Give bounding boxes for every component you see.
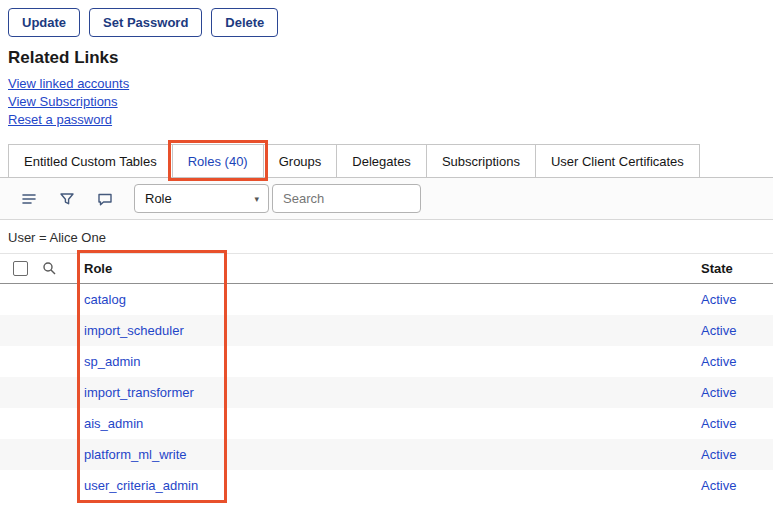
breadcrumb: User = Alice One [0,220,773,253]
state-value: Active [701,478,773,493]
select-all-checkbox[interactable] [13,261,28,276]
state-value: Active [701,292,773,307]
set-password-button[interactable]: Set Password [89,8,202,37]
state-value: Active [701,354,773,369]
role-link[interactable]: user_criteria_admin [72,478,701,493]
search-input[interactable] [272,184,421,213]
tab-entitled-custom-tables[interactable]: Entitled Custom Tables [8,144,173,177]
column-header-state[interactable]: State [701,261,773,276]
state-value: Active [701,447,773,462]
search-column-select[interactable]: Role ▾ [134,184,269,213]
column-header-role[interactable]: Role [72,261,701,276]
tab-subscriptions[interactable]: Subscriptions [426,144,536,177]
tab-roles[interactable]: Roles (40) [172,144,264,177]
page: Update Set Password Delete Related Links… [0,0,773,507]
filter-icon[interactable] [48,191,86,207]
state-value: Active [701,323,773,338]
tab-bar: Entitled Custom Tables Roles (40) Groups… [0,144,773,178]
link-view-subscriptions[interactable]: View Subscriptions [8,93,773,111]
role-link[interactable]: platform_ml_write [72,447,701,462]
role-link[interactable]: sp_admin [72,354,701,369]
action-bar: Update Set Password Delete [0,0,773,37]
menu-icon[interactable] [10,191,48,207]
header-search-cell [36,261,72,276]
chat-icon[interactable] [86,191,124,207]
table-row: import_scheduler Active [0,315,773,346]
table-row: import_transformer Active [0,377,773,408]
update-button[interactable]: Update [8,8,80,37]
table-body: catalog Active import_scheduler Active s… [0,284,773,501]
related-links-list: View linked accounts View Subscriptions … [0,75,773,129]
link-reset-a-password[interactable]: Reset a password [8,111,773,129]
roles-table: Role State catalog Active import_schedul… [0,253,773,501]
state-value: Active [701,416,773,431]
link-view-linked-accounts[interactable]: View linked accounts [8,75,773,93]
search-icon[interactable] [42,261,57,276]
chevron-down-icon: ▾ [254,194,259,204]
tab-delegates[interactable]: Delegates [336,144,427,177]
tab-groups[interactable]: Groups [263,144,338,177]
table-row: sp_admin Active [0,346,773,377]
table-row: catalog Active [0,284,773,315]
header-checkbox-cell [0,261,36,276]
role-link[interactable]: import_scheduler [72,323,701,338]
search-column-value: Role [145,191,172,206]
table-row: ais_admin Active [0,408,773,439]
table-header-row: Role State [0,253,773,284]
role-link[interactable]: ais_admin [72,416,701,431]
table-row: user_criteria_admin Active [0,470,773,501]
table-row: platform_ml_write Active [0,439,773,470]
delete-button[interactable]: Delete [211,8,278,37]
related-links-heading: Related Links [8,48,773,68]
tab-user-client-certificates[interactable]: User Client Certificates [535,144,700,177]
role-link[interactable]: import_transformer [72,385,701,400]
role-link[interactable]: catalog [72,292,701,307]
state-value: Active [701,385,773,400]
list-toolbar: Role ▾ [0,178,773,220]
